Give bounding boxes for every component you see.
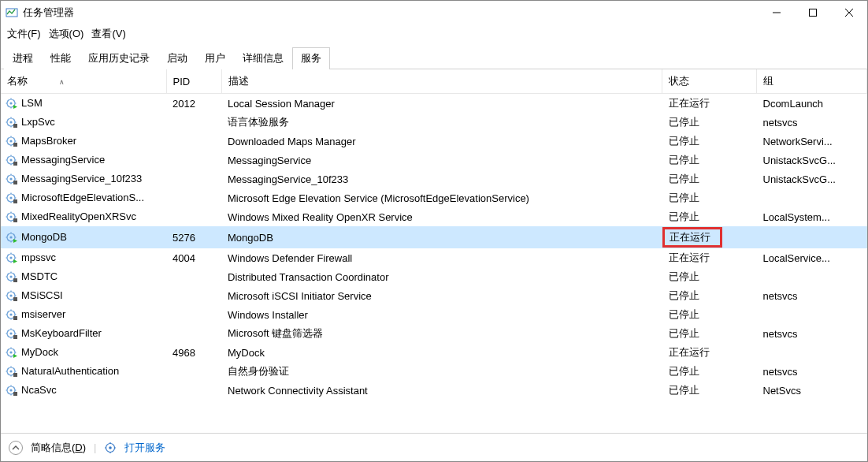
column-header-group[interactable]: 组 (757, 69, 867, 94)
svg-point-61 (9, 197, 12, 199)
cell-group: netsvcs (763, 117, 798, 129)
menu-options[interactable]: 选项(O) (49, 27, 84, 41)
chevron-up-icon[interactable] (9, 441, 23, 455)
statusbar-divider: | (94, 442, 96, 453)
cell-description: Microsoft 键盘筛选器 (228, 327, 323, 339)
svg-line-156 (8, 355, 9, 356)
statusbar: 简略信息(D) | 打开服务 (1, 433, 867, 461)
cell-name: MapsBroker (21, 135, 76, 147)
table-row[interactable]: MongoDB5276MongoDB正在运行 (1, 226, 867, 248)
svg-line-123 (8, 298, 9, 299)
cell-group: netsvcs (763, 366, 798, 378)
service-icon (6, 135, 18, 147)
cell-group: LocalService... (763, 252, 830, 264)
svg-point-28 (9, 140, 12, 143)
cell-pid: 5276 (172, 232, 195, 244)
svg-rect-169 (13, 373, 17, 377)
table-row[interactable]: MapsBrokerDownloaded Maps Manager已停止Netw… (1, 132, 867, 151)
cell-status: 已停止 (669, 308, 699, 320)
svg-line-68 (8, 200, 9, 201)
svg-point-72 (9, 216, 12, 218)
svg-point-138 (9, 333, 12, 335)
table-row[interactable]: NcaSvcNetwork Connectivity Assistant已停止N… (1, 381, 867, 400)
open-services-link[interactable]: 打开服务 (124, 441, 165, 455)
tab-startup[interactable]: 启动 (158, 47, 196, 69)
app-icon (6, 6, 18, 19)
cell-description: Local Session Manager (228, 98, 335, 110)
tab-strip: 进程 性能 应用历史记录 启动 用户 详细信息 服务 (1, 47, 867, 69)
svg-line-88 (8, 234, 9, 235)
tab-performance[interactable]: 性能 (42, 47, 80, 69)
table-row[interactable]: MessagingService_10f233MessagingService_… (1, 170, 867, 188)
tab-services[interactable]: 服务 (292, 47, 330, 69)
table-row[interactable]: MsKeyboardFilterMicrosoft 键盘筛选器已停止netsvc… (1, 324, 867, 343)
tab-users[interactable]: 用户 (196, 47, 234, 69)
table-row[interactable]: NaturalAuthentication自然身份验证已停止netsvcs (1, 362, 867, 381)
cell-status: 已停止 (669, 327, 699, 339)
table-row[interactable]: MessagingServiceMessagingService已停止Unist… (1, 151, 867, 170)
table-row[interactable]: mpssvc4004Windows Defender Firewall正在运行L… (1, 248, 867, 267)
svg-rect-48 (13, 162, 17, 166)
cell-name: MessagingService_10f233 (21, 173, 142, 184)
column-header-name[interactable]: 名称∧ (1, 69, 166, 94)
services-table-scroll[interactable]: 名称∧ PID 描述 状态 组 LSM2012Local Session Man… (1, 69, 867, 433)
table-row[interactable]: LSM2012Local Session Manager正在运行DcomLaun… (1, 94, 867, 114)
cell-description: Microsoft Edge Elevation Service (Micros… (228, 192, 529, 204)
svg-line-90 (8, 240, 9, 240)
cell-name: NcaSvc (21, 384, 57, 396)
menu-file[interactable]: 文件(F) (7, 27, 41, 41)
cell-pid: 4004 (172, 252, 195, 264)
cell-description: MongoDB (228, 232, 273, 244)
svg-point-105 (9, 276, 12, 278)
cell-group: LocalSystem... (763, 211, 830, 223)
svg-line-24 (8, 125, 9, 125)
cell-group: DcomLaunch (763, 98, 824, 110)
menu-view[interactable]: 查看(V) (91, 27, 125, 41)
table-row[interactable]: MyDock4968MyDock正在运行 (1, 343, 867, 362)
svg-rect-26 (13, 124, 17, 128)
cell-pid: 2012 (172, 98, 195, 110)
table-row[interactable]: MixedRealityOpenXRSvcWindows Mixed Reali… (1, 207, 867, 226)
tab-processes[interactable]: 进程 (4, 47, 42, 69)
svg-marker-103 (13, 259, 17, 263)
svg-line-22 (8, 119, 9, 120)
table-row[interactable]: MicrosoftEdgeElevationS...Microsoft Edge… (1, 188, 867, 207)
minimize-button[interactable] (759, 1, 795, 24)
cell-description: Distributed Transaction Coordinator (228, 271, 389, 283)
service-icon (6, 308, 18, 321)
svg-point-149 (9, 352, 12, 354)
svg-line-99 (8, 255, 9, 255)
close-button[interactable] (831, 1, 867, 24)
column-header-description[interactable]: 描述 (221, 69, 662, 94)
svg-point-127 (9, 314, 12, 316)
services-table: 名称∧ PID 描述 状态 组 LSM2012Local Session Man… (1, 69, 867, 400)
cell-status: 已停止 (669, 365, 699, 377)
fewer-details-link[interactable]: 简略信息(D) (31, 441, 86, 455)
cell-name: mpssvc (21, 251, 56, 263)
cell-description: Microsoft iSCSI Initiator Service (228, 290, 372, 302)
svg-line-110 (8, 274, 9, 274)
svg-line-179 (13, 387, 14, 388)
svg-line-134 (8, 317, 9, 318)
table-row[interactable]: MSDTCDistributed Transaction Coordinator… (1, 267, 867, 286)
svg-line-102 (13, 255, 14, 255)
table-row[interactable]: msiserverWindows Installer已停止 (1, 305, 867, 324)
column-header-status[interactable]: 状态 (662, 69, 757, 94)
service-icon (6, 346, 18, 359)
cell-status: 已停止 (669, 116, 699, 128)
cell-description: MessagingService_10f233 (228, 173, 348, 185)
table-row[interactable]: MSiSCSIMicrosoft iSCSI Initiator Service… (1, 286, 867, 305)
svg-line-33 (8, 138, 9, 139)
tab-details[interactable]: 详细信息 (234, 47, 292, 69)
tab-app-history[interactable]: 应用历史记录 (80, 47, 158, 69)
maximize-button[interactable] (795, 1, 831, 24)
svg-line-13 (8, 106, 9, 106)
cell-name: MicrosoftEdgeElevationS... (21, 192, 144, 203)
cell-group: UnistackSvcG... (763, 173, 836, 185)
service-icon (6, 231, 18, 244)
service-icon (6, 365, 18, 378)
table-row[interactable]: LxpSvc语言体验服务已停止netsvcs (1, 113, 867, 132)
column-header-pid[interactable]: PID (166, 69, 221, 94)
cell-group: NetSvcs (763, 385, 801, 397)
cell-description: MessagingService (228, 155, 311, 166)
